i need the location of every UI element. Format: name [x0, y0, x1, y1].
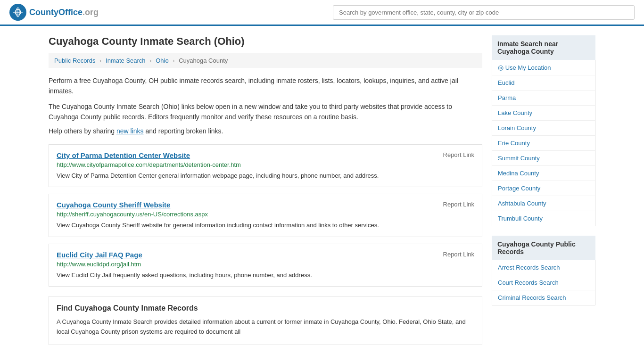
nearby-list-item[interactable]: Lake County [492, 106, 595, 121]
nearby-list-item[interactable]: Trumbull County [492, 211, 595, 226]
nearby-link[interactable]: Trumbull County [492, 211, 595, 226]
public-records-link[interactable]: Arrest Records Search [492, 260, 595, 275]
use-location-item[interactable]: ◎ Use My Location [492, 60, 595, 75]
breadcrumb-inmate-search[interactable]: Inmate Search [106, 57, 146, 64]
find-section: Find Cuyahoga County Inmate Records A Cu… [49, 296, 482, 345]
nearby-list-item[interactable]: Erie County [492, 136, 595, 151]
breadcrumb-ohio[interactable]: Ohio [156, 57, 168, 64]
find-section-text: A Cuyahoga County Inmate Search provides… [57, 317, 474, 337]
nearby-list-item[interactable]: Summit County [492, 151, 595, 166]
search-input[interactable] [333, 5, 635, 20]
link-entry-title[interactable]: Cuyahoga County Sheriff Website [57, 201, 170, 209]
link-entry: Cuyahoga County Sheriff Website Report L… [49, 194, 482, 237]
public-records-list-item[interactable]: Arrest Records Search [492, 260, 595, 275]
link-entry-header: Cuyahoga County Sheriff Website Report L… [57, 201, 474, 209]
use-my-location-link[interactable]: ◎ Use My Location [492, 60, 595, 75]
find-section-title: Find Cuyahoga County Inmate Records [57, 304, 474, 313]
nearby-link[interactable]: Summit County [492, 151, 595, 165]
nearby-list-item[interactable]: Parma [492, 90, 595, 106]
link-entry-desc: View City of Parma Detention Center gene… [57, 171, 474, 181]
nearby-list-item[interactable]: Lorain County [492, 121, 595, 136]
link-entry-url[interactable]: http://www.euclidpd.org/jail.htm [57, 261, 474, 268]
link-entries: City of Parma Detention Center Website R… [49, 144, 482, 287]
report-link[interactable]: Report Link [443, 251, 474, 258]
logo-icon [9, 4, 26, 21]
public-records-link[interactable]: Court Records Search [492, 275, 595, 290]
link-entry-url[interactable]: http://www.cityofparmapolice.com/departm… [57, 161, 474, 168]
nearby-list: ◎ Use My Location EuclidParmaLake County… [492, 60, 595, 226]
location-icon: ◎ [498, 64, 504, 71]
nearby-link[interactable]: Lorain County [492, 121, 595, 135]
sidebar: Inmate Search near Cuyahoga County ◎ Use… [492, 35, 595, 345]
link-entry-header: Euclid City Jail FAQ Page Report Link [57, 251, 474, 259]
nearby-section: Inmate Search near Cuyahoga County ◎ Use… [492, 35, 595, 226]
nearby-list-item[interactable]: Portage County [492, 181, 595, 196]
header: CountyOffice.org [0, 0, 644, 26]
public-records-list-item[interactable]: Court Records Search [492, 275, 595, 290]
link-entry: City of Parma Detention Center Website R… [49, 144, 482, 188]
report-link[interactable]: Report Link [443, 201, 474, 208]
nearby-list-item[interactable]: Ashtabula County [492, 196, 595, 211]
page-title: Cuyahoga County Inmate Search (Ohio) [49, 35, 482, 48]
breadcrumb-public-records[interactable]: Public Records [54, 57, 95, 64]
description-1: Perform a free Cuyahoga County, OH publi… [49, 75, 482, 97]
public-records-header: Cuyahoga County Public Records [492, 236, 595, 260]
nearby-link[interactable]: Euclid [492, 75, 595, 90]
new-links-link[interactable]: new links [116, 127, 144, 135]
description-2: The Cuyahoga County Inmate Search (Ohio)… [49, 101, 482, 123]
report-link[interactable]: Report Link [443, 151, 474, 158]
nearby-link[interactable]: Medina County [492, 166, 595, 181]
link-entry-title[interactable]: City of Parma Detention Center Website [57, 151, 190, 159]
public-records-section: Cuyahoga County Public Records Arrest Re… [492, 236, 595, 305]
logo-text: CountyOffice.org [29, 8, 99, 17]
public-records-list: Arrest Records SearchCourt Records Searc… [492, 260, 595, 305]
public-records-link[interactable]: Criminal Records Search [492, 290, 595, 305]
nearby-header: Inmate Search near Cuyahoga County [492, 35, 595, 60]
public-records-list-item[interactable]: Criminal Records Search [492, 290, 595, 305]
link-entry: Euclid City Jail FAQ Page Report Link ht… [49, 244, 482, 287]
logo-area: CountyOffice.org [9, 4, 99, 21]
nearby-link[interactable]: Ashtabula County [492, 196, 595, 211]
breadcrumb-current: Cuyahoga County [179, 57, 228, 64]
link-entry-title[interactable]: Euclid City Jail FAQ Page [57, 251, 142, 259]
breadcrumb: Public Records › Inmate Search › Ohio › … [49, 53, 482, 68]
link-entry-header: City of Parma Detention Center Website R… [57, 151, 474, 159]
content-area: Cuyahoga County Inmate Search (Ohio) Pub… [49, 35, 482, 345]
share-line: Help others by sharing new links and rep… [49, 127, 482, 135]
nearby-link[interactable]: Erie County [492, 136, 595, 150]
main-container: Cuyahoga County Inmate Search (Ohio) Pub… [39, 26, 605, 354]
nearby-list-item[interactable]: Euclid [492, 75, 595, 90]
nearby-link[interactable]: Portage County [492, 181, 595, 196]
link-entry-desc: View Cuyahoga County Sheriff website for… [57, 221, 474, 230]
nearby-list-item[interactable]: Medina County [492, 166, 595, 181]
nearby-link[interactable]: Lake County [492, 106, 595, 120]
link-entry-url[interactable]: http://sheriff.cuyahogacounty.us/en-US/c… [57, 211, 474, 218]
search-bar[interactable] [333, 5, 635, 20]
nearby-link[interactable]: Parma [492, 90, 595, 105]
link-entry-desc: View Euclid City Jail frequently asked q… [57, 271, 474, 280]
